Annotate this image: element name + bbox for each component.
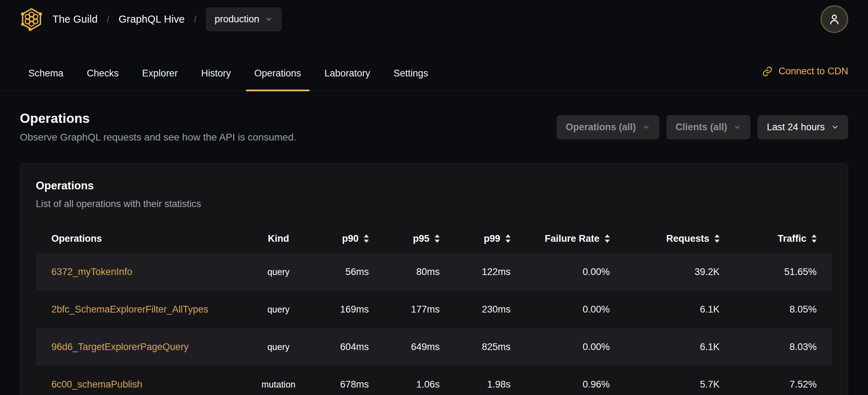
failure-rate-cell: 0.00%	[511, 342, 610, 353]
tab-bar: Schema Checks Explorer History Operation…	[0, 38, 868, 91]
sort-icons	[364, 234, 369, 243]
sort-desc-icon	[506, 240, 511, 243]
tab-operations[interactable]: Operations	[246, 68, 310, 91]
operation-link[interactable]: 96d6_TargetExplorerPageQuery	[51, 342, 188, 352]
col-header-p95[interactable]: p95	[369, 233, 440, 244]
tab-checks[interactable]: Checks	[78, 68, 127, 91]
col-label: Kind	[268, 233, 289, 244]
tab-history[interactable]: History	[193, 68, 239, 91]
operations-filter-label: Operations (all)	[566, 122, 636, 133]
filter-controls: Operations (all) Clients (all) Last 24 h…	[557, 115, 848, 139]
col-header-operations: Operations	[36, 233, 252, 244]
period-filter-dropdown[interactable]: Last 24 hours	[757, 115, 848, 139]
sort-asc-icon	[715, 234, 720, 237]
traffic-cell: 51.65%	[720, 267, 832, 277]
requests-cell: 6.1K	[610, 342, 720, 353]
p90-cell: 169ms	[305, 304, 369, 315]
p99-cell: 825ms	[440, 342, 511, 353]
col-label: Requests	[666, 233, 709, 244]
operation-link[interactable]: 6372_myTokenInfo	[51, 267, 132, 277]
sort-asc-icon	[364, 234, 369, 237]
sort-asc-icon	[605, 234, 610, 237]
tab-settings[interactable]: Settings	[385, 68, 437, 91]
col-label: Operations	[51, 233, 102, 244]
tab-explorer[interactable]: Explorer	[134, 68, 186, 91]
table-row: 96d6_TargetExplorerPageQuery query 604ms…	[36, 328, 832, 366]
p95-cell: 1.06s	[369, 379, 440, 390]
kind-cell: query	[252, 342, 305, 352]
col-label: Traffic	[778, 233, 806, 244]
connect-to-cdn-label: Connect to CDN	[778, 66, 848, 77]
requests-cell: 6.1K	[610, 304, 720, 315]
breadcrumb-project[interactable]: GraphQL Hive	[119, 13, 185, 25]
chevron-down-icon	[642, 123, 650, 131]
requests-cell: 5.7K	[610, 379, 720, 390]
kind-cell: query	[252, 267, 305, 277]
hive-logo-icon[interactable]	[20, 6, 43, 32]
card-title: Operations	[20, 179, 848, 193]
user-avatar-button[interactable]	[821, 5, 848, 33]
failure-rate-cell: 0.00%	[511, 267, 610, 277]
sort-asc-icon	[435, 234, 440, 237]
kind-cell: query	[252, 304, 305, 315]
col-label: Failure Rate	[545, 233, 599, 244]
breadcrumb-org[interactable]: The Guild	[52, 13, 98, 25]
page-subtitle: Observe GraphQL requests and see how the…	[20, 132, 296, 143]
operations-filter-dropdown[interactable]: Operations (all)	[557, 115, 659, 139]
sort-asc-icon	[812, 234, 817, 237]
link-icon	[762, 66, 773, 77]
col-label: p95	[413, 233, 429, 244]
breadcrumb-separator: /	[107, 14, 109, 25]
operation-cell: 6c00_schemaPublish	[36, 379, 252, 390]
col-header-requests[interactable]: Requests	[610, 233, 720, 244]
col-label: p90	[342, 233, 359, 244]
connect-to-cdn-link[interactable]: Connect to CDN	[762, 66, 848, 91]
requests-cell: 39.2K	[610, 267, 720, 277]
col-header-p90[interactable]: p90	[305, 233, 369, 244]
sort-icons	[506, 234, 511, 243]
target-selector-value: production	[215, 14, 259, 25]
target-selector-dropdown[interactable]: production	[206, 7, 282, 31]
traffic-cell: 8.03%	[720, 342, 832, 353]
col-header-kind: Kind	[252, 233, 305, 244]
sort-desc-icon	[812, 240, 817, 243]
kind-cell: mutation	[252, 379, 305, 390]
table-row: 6372_myTokenInfo query 56ms 80ms 122ms 0…	[36, 253, 832, 291]
p99-cell: 1.98s	[440, 379, 511, 390]
sort-icons	[435, 234, 440, 243]
p90-cell: 56ms	[305, 267, 369, 277]
operations-card: Operations List of all operations with t…	[20, 163, 848, 395]
chevron-down-icon	[265, 15, 273, 23]
breadcrumb-separator: /	[194, 14, 196, 25]
clients-filter-label: Clients (all)	[676, 122, 727, 133]
p90-cell: 678ms	[305, 379, 369, 390]
traffic-cell: 7.52%	[720, 379, 832, 390]
col-header-p99[interactable]: p99	[440, 233, 511, 244]
p95-cell: 177ms	[369, 304, 440, 315]
operation-link[interactable]: 6c00_schemaPublish	[51, 379, 142, 390]
tab-schema[interactable]: Schema	[20, 68, 72, 91]
sort-desc-icon	[435, 240, 440, 243]
failure-rate-cell: 0.96%	[511, 379, 610, 390]
sort-desc-icon	[364, 240, 369, 243]
sort-asc-icon	[506, 234, 511, 237]
p90-cell: 604ms	[305, 342, 369, 353]
clients-filter-dropdown[interactable]: Clients (all)	[666, 115, 751, 139]
sort-icons	[715, 234, 720, 243]
operation-link[interactable]: 2bfc_SchemaExplorerFilter_AllTypes	[51, 304, 208, 315]
col-header-traffic[interactable]: Traffic	[720, 233, 832, 244]
tabs: Schema Checks Explorer History Operation…	[20, 68, 443, 91]
sort-icons	[605, 234, 610, 243]
p99-cell: 122ms	[440, 267, 511, 277]
operation-cell: 96d6_TargetExplorerPageQuery	[36, 342, 252, 353]
sort-icons	[812, 234, 817, 243]
table-header-row: Operations Kind p90 p95 p99 Failure Rate	[36, 224, 832, 253]
failure-rate-cell: 0.00%	[511, 304, 610, 315]
top-header: The Guild / GraphQL Hive / production	[0, 0, 868, 38]
col-header-failure-rate[interactable]: Failure Rate	[511, 233, 610, 244]
tab-laboratory[interactable]: Laboratory	[316, 68, 379, 91]
traffic-cell: 8.05%	[720, 304, 832, 315]
p95-cell: 649ms	[369, 342, 440, 353]
page-head-text: Operations Observe GraphQL requests and …	[20, 111, 296, 143]
operations-table: Operations Kind p90 p95 p99 Failure Rate	[36, 224, 832, 395]
